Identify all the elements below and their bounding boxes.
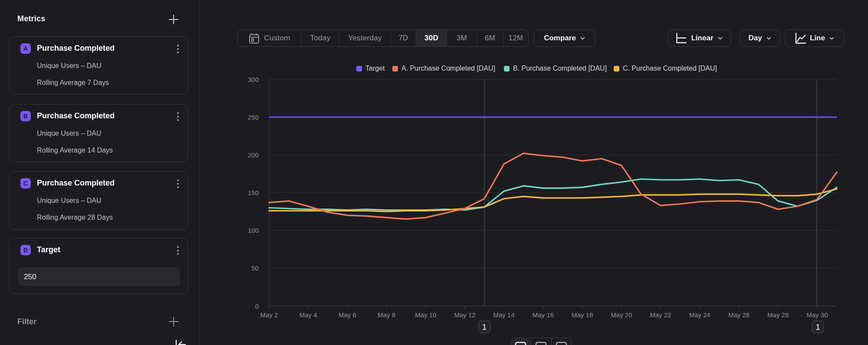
- svg-text:250: 250: [248, 114, 259, 121]
- svg-text:May 8: May 8: [378, 311, 395, 319]
- svg-text:May 10: May 10: [415, 311, 436, 319]
- svg-text:May 30: May 30: [806, 311, 828, 319]
- svg-text:1: 1: [482, 322, 487, 332]
- svg-text:300: 300: [248, 76, 259, 83]
- svg-text:May 12: May 12: [454, 311, 475, 319]
- svg-text:May 4: May 4: [299, 311, 317, 319]
- svg-text:May 2: May 2: [260, 311, 278, 319]
- svg-text:50: 50: [251, 264, 259, 272]
- svg-text:May 6: May 6: [339, 311, 356, 319]
- svg-text:May 26: May 26: [728, 311, 750, 319]
- svg-text:200: 200: [248, 151, 259, 159]
- svg-text:May 28: May 28: [767, 311, 789, 319]
- svg-text:May 20: May 20: [611, 311, 632, 319]
- svg-text:0: 0: [255, 303, 259, 310]
- svg-text:May 18: May 18: [572, 311, 593, 319]
- svg-text:May 16: May 16: [533, 311, 554, 319]
- svg-text:May 14: May 14: [493, 311, 515, 319]
- svg-text:1: 1: [815, 322, 820, 332]
- svg-text:May 24: May 24: [689, 311, 710, 319]
- svg-text:100: 100: [248, 227, 259, 234]
- svg-text:150: 150: [248, 189, 259, 196]
- svg-text:May 22: May 22: [650, 311, 671, 319]
